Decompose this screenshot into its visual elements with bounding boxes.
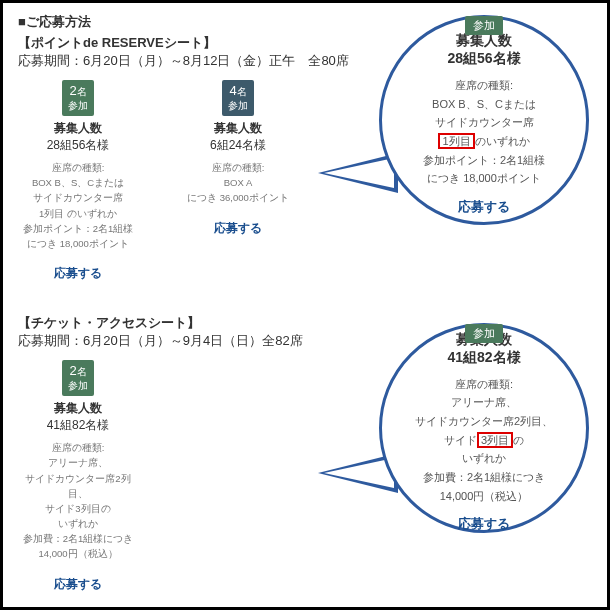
badge-4: 4名参加 <box>222 80 254 116</box>
card1-info: 座席の種類: BOX B、S、Cまたは サイドカウンター席 1列目 のいずれか … <box>18 160 138 251</box>
card2-title: 募集人数 <box>178 120 298 137</box>
s2card1-sub: 41組82名様 <box>18 417 138 434</box>
card1-apply[interactable]: 応募する <box>54 265 102 282</box>
callout1-sub: 28組56名様 <box>447 50 520 68</box>
callout2-badge: 参加 <box>465 324 503 343</box>
sec2-card1: 2名参加 募集人数 41組82名様 座席の種類: アリーナ席、 サイドカウンター… <box>18 360 138 593</box>
callout2-apply[interactable]: 応募する <box>458 515 510 533</box>
s2card1-info: 座席の種類: アリーナ席、 サイドカウンター席2列目、 サイド3列目の いずれか… <box>18 440 138 562</box>
card2-info: 座席の種類: BOX A につき 36,000ポイント <box>178 160 298 206</box>
s2card1-apply[interactable]: 応募する <box>54 576 102 593</box>
callout1-info: 座席の種類: BOX B、S、Cまたは サイドカウンター席 1列目のいずれか 参… <box>423 76 545 188</box>
card2-apply[interactable]: 応募する <box>214 220 262 237</box>
sec1-card2: 4名参加 募集人数 6組24名様 座席の種類: BOX A につき 36,000… <box>178 80 298 282</box>
badge-2: 2名参加 <box>62 80 94 116</box>
callout1: 参加 募集人数 28組56名様 座席の種類: BOX B、S、Cまたは サイドカ… <box>379 15 589 225</box>
card2-sub: 6組24名様 <box>178 137 298 154</box>
sec1-card1: 2名参加 募集人数 28組56名様 座席の種類: BOX B、S、Cまたは サイ… <box>18 80 138 282</box>
red-highlight-1: 1列目 <box>438 133 474 149</box>
callout1-apply[interactable]: 応募する <box>458 198 510 216</box>
callout2-info: 座席の種類: アリーナ席、 サイドカウンター席2列目、 サイド3列目の いずれか… <box>415 375 553 506</box>
card1-title: 募集人数 <box>18 120 138 137</box>
callout2-sub: 41組82名様 <box>447 349 520 367</box>
callout2: 参加 募集人数 41組82名様 座席の種類: アリーナ席、 サイドカウンター席2… <box>379 323 589 533</box>
s2card1-title: 募集人数 <box>18 400 138 417</box>
callout1-badge: 参加 <box>465 16 503 35</box>
badge-2b: 2名参加 <box>62 360 94 396</box>
card1-sub: 28組56名様 <box>18 137 138 154</box>
red-highlight-2: 3列目 <box>477 432 513 448</box>
